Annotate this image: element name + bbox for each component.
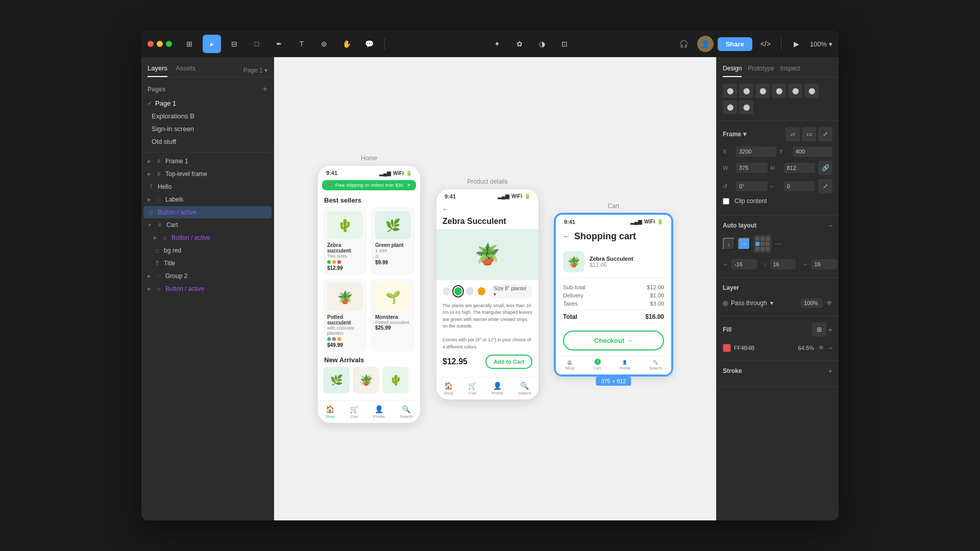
- cart-phone-frame[interactable]: 9:41 ▂▄▆ WiFi 🔋 ← Shopping cart: [555, 214, 672, 375]
- nav-search[interactable]: 🔍 Search: [400, 405, 412, 419]
- fullscreen-button[interactable]: [166, 41, 172, 47]
- opacity-input[interactable]: [801, 298, 822, 308]
- detail-nav-shop[interactable]: 🏠 Shop: [444, 382, 454, 395]
- nav-cart[interactable]: 🛒 Cart: [350, 405, 358, 419]
- cart-back-btn[interactable]: ←: [563, 232, 570, 240]
- figma-icon[interactable]: ✦: [488, 35, 506, 53]
- align-center-v[interactable]: ⬤: [788, 84, 802, 98]
- detail-nav-search[interactable]: 🔍 Search: [518, 382, 531, 395]
- close-button[interactable]: [148, 41, 154, 47]
- page-item-explorations[interactable]: Explorations B: [141, 110, 274, 122]
- layer-labels[interactable]: ▶ ∷ Labels: [143, 193, 272, 206]
- detail-nav-profile[interactable]: 👤 Profile: [492, 382, 503, 395]
- align-right[interactable]: ⬤: [755, 84, 770, 98]
- text-tool[interactable]: T: [292, 35, 311, 53]
- color-opt-4[interactable]: [478, 287, 485, 295]
- gap-input[interactable]: [731, 259, 757, 269]
- tab-assets[interactable]: Assets: [176, 64, 195, 77]
- component-tool[interactable]: ⊛: [315, 35, 333, 53]
- corner-bl[interactable]: [555, 372, 558, 375]
- rotation-input[interactable]: [736, 181, 768, 191]
- product-zebra[interactable]: 🌵 Zebra succulent Two sizes $12.99: [323, 207, 367, 275]
- distribute-more[interactable]: ⬤: [739, 100, 753, 114]
- radius-input[interactable]: [784, 181, 816, 191]
- layer-top-level[interactable]: ▶ # Top-level frame: [143, 168, 272, 180]
- product-monstera[interactable]: 🌱 Monstera Potted succulent $25.99: [371, 279, 415, 352]
- corners-expand[interactable]: ⤢: [818, 179, 832, 193]
- auto-layout-more[interactable]: ⋯: [775, 240, 782, 248]
- fill-color-swatch[interactable]: [723, 344, 731, 352]
- layer-button-active-child1[interactable]: ▶ ◇ Button / active: [143, 232, 272, 244]
- align-left[interactable]: ⬤: [723, 84, 737, 98]
- w-input[interactable]: [736, 163, 768, 173]
- color-opt-1[interactable]: [443, 287, 450, 295]
- clip-content-checkbox[interactable]: [723, 198, 729, 205]
- color-opt-2[interactable]: [454, 287, 462, 295]
- present-button[interactable]: ▶: [788, 35, 806, 53]
- padding-v-input[interactable]: [770, 259, 796, 269]
- auto-layout-remove[interactable]: −: [828, 221, 832, 230]
- padding-h-input[interactable]: [812, 259, 837, 269]
- detail-back-btn[interactable]: ←: [436, 202, 538, 217]
- checkout-button[interactable]: Checkout →: [563, 331, 664, 350]
- shape-tool[interactable]: □: [248, 35, 266, 53]
- fill-visibility[interactable]: 👁: [818, 344, 824, 352]
- canvas-area[interactable]: Home 9:41 ▂▄▆ WiFi 🔋 📍 Free: [274, 57, 716, 520]
- code-icon[interactable]: </>: [756, 35, 775, 53]
- page-item-signin[interactable]: Sign-in screen: [141, 122, 274, 135]
- theme-icon[interactable]: ◑: [533, 35, 551, 53]
- fill-remove[interactable]: −: [828, 344, 832, 352]
- cart-nav-search[interactable]: 🔍 Search: [649, 360, 662, 370]
- tab-design[interactable]: Design: [723, 65, 742, 77]
- home-phone-frame[interactable]: 9:41 ▂▄▆ WiFi 🔋 📍 Free shipping on order…: [318, 166, 420, 423]
- page-item-oldstuff[interactable]: Old stuff: [141, 135, 274, 148]
- share-button[interactable]: Share: [718, 37, 752, 51]
- layer-title[interactable]: T Title: [143, 257, 272, 269]
- fill-add[interactable]: +: [828, 325, 832, 334]
- stroke-add[interactable]: +: [828, 367, 832, 375]
- cart-nav-cart[interactable]: 🛒 1 Cart: [593, 360, 601, 370]
- cart-nav-profile[interactable]: 👤 Profile: [619, 360, 631, 370]
- align-center-h[interactable]: ⬤: [739, 84, 753, 98]
- size-selector[interactable]: Size 8" planter ▾: [489, 284, 532, 298]
- nav-shop[interactable]: 🏠 Shop: [326, 405, 335, 419]
- page-item-1[interactable]: ✓ Page 1: [141, 97, 274, 110]
- comment-tool[interactable]: 💬: [360, 35, 378, 53]
- corner-br[interactable]: [669, 372, 672, 375]
- layer-cart[interactable]: ▼ # Cart: [143, 219, 272, 231]
- nav-profile[interactable]: 👤 Profile: [373, 405, 385, 419]
- frame-resize[interactable]: ⤢: [818, 127, 832, 141]
- product-green[interactable]: 🌿 Green plant 1 size $9.99: [371, 207, 415, 275]
- cart-nav-shop[interactable]: 🏠 Shop: [565, 360, 575, 370]
- tab-inspect[interactable]: Inspect: [780, 65, 800, 77]
- move-tool[interactable]: ⊞: [180, 35, 199, 53]
- color-opt-3[interactable]: [466, 287, 474, 295]
- corner-tr[interactable]: [669, 214, 672, 217]
- flow-down[interactable]: ↓: [723, 238, 735, 250]
- layer-group2[interactable]: ▶ ∷ Group 2: [143, 270, 272, 282]
- layer-hello[interactable]: T Hello: [143, 181, 272, 193]
- zoom-indicator[interactable]: 100% ▾: [810, 40, 832, 48]
- fill-grid[interactable]: ⊞: [812, 322, 826, 337]
- minimize-button[interactable]: [157, 41, 163, 47]
- align-top[interactable]: ⬤: [772, 84, 786, 98]
- share-settings[interactable]: ⊡: [555, 35, 574, 53]
- visibility-toggle[interactable]: 👁: [826, 299, 832, 307]
- tab-layers[interactable]: Layers: [148, 64, 167, 77]
- frame-landscape[interactable]: ▭: [802, 127, 816, 141]
- select-tool[interactable]: ▸: [203, 35, 221, 53]
- layer-button-active-3[interactable]: ▶ ◇ Button / active: [143, 283, 272, 295]
- h-input[interactable]: [784, 163, 816, 173]
- layer-bg-red[interactable]: □ bg red: [143, 244, 272, 257]
- flow-right[interactable]: →: [738, 238, 750, 250]
- layer-frame1[interactable]: ▶ # Frame 1: [143, 155, 272, 167]
- distribute-h[interactable]: ⬤: [723, 100, 737, 114]
- corner-tl[interactable]: [555, 214, 558, 217]
- avatar[interactable]: 👤: [697, 36, 714, 52]
- plugin-icon[interactable]: ✿: [510, 35, 529, 53]
- pen-tool[interactable]: ✒: [270, 35, 288, 53]
- detail-nav-cart[interactable]: 🛒 Cart: [468, 382, 477, 395]
- tab-prototype[interactable]: Prototype: [748, 65, 774, 77]
- headphones-icon[interactable]: 🎧: [675, 35, 693, 53]
- frame-tool[interactable]: ⊟: [225, 35, 243, 53]
